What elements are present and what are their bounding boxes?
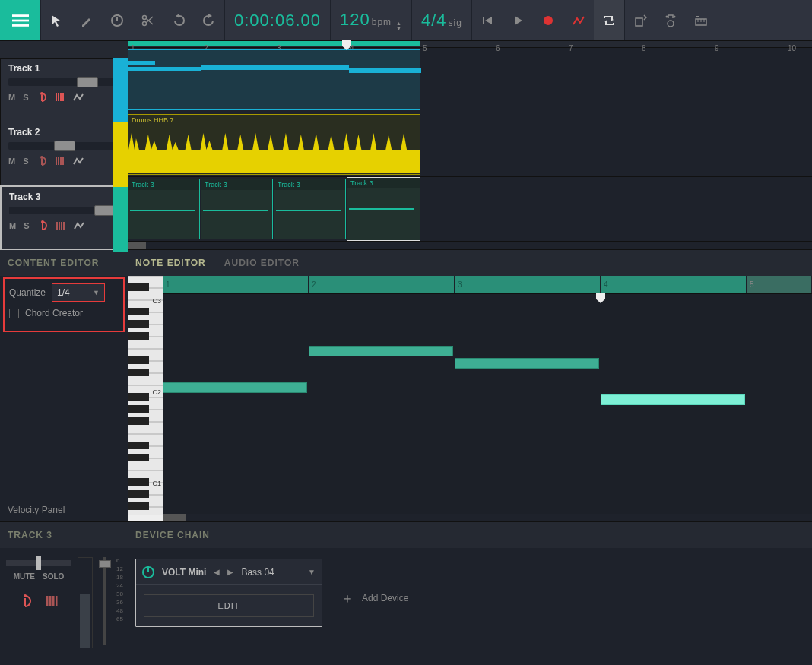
track-volume-slider[interactable] (8, 78, 119, 86)
mute-button[interactable]: M (9, 221, 16, 230)
main-menu-button[interactable] (0, 0, 40, 40)
svg-rect-12 (636, 18, 642, 26)
track-color-1 (113, 58, 128, 122)
piano-key-label: C3 (152, 297, 161, 305)
midi-note-selected[interactable] (601, 394, 745, 405)
track-header-1[interactable]: Track 1 M S (0, 58, 128, 122)
note-editor-hscroll[interactable] (163, 514, 812, 521)
midi-settings-button[interactable] (686, 0, 716, 40)
svg-rect-58 (128, 308, 149, 315)
track-name: Track 3 (9, 192, 119, 202)
tab-audio-editor[interactable]: AUDIO EDITOR (224, 258, 300, 268)
plus-icon: ＋ (341, 589, 354, 607)
pan-slider[interactable] (6, 560, 71, 566)
track-header-2[interactable]: Track 2 M S (0, 122, 128, 186)
level-meter (78, 557, 93, 648)
note-editor-ruler[interactable]: 1 2 3 4 5 (163, 276, 812, 294)
chevron-down-icon: ▼ (93, 289, 100, 296)
svg-rect-29 (60, 157, 62, 165)
skip-start-button[interactable] (472, 0, 503, 40)
undo-button[interactable] (163, 0, 194, 40)
midi-clip-selected[interactable]: Track 3 (347, 177, 420, 241)
scissors-tool-button[interactable] (132, 0, 163, 40)
volume-fader[interactable] (103, 557, 106, 645)
record-button[interactable] (533, 0, 563, 40)
clip-label: Track 3 (128, 179, 199, 190)
preset-prev-icon[interactable]: ◀ (214, 568, 220, 576)
mute-button[interactable]: M (8, 157, 15, 166)
mute-button[interactable]: MUTE (14, 572, 35, 581)
automation-button[interactable] (563, 0, 594, 40)
clip-label: Drums HHB 7 (128, 115, 420, 125)
svg-point-26 (40, 156, 43, 159)
svg-point-14 (665, 15, 668, 17)
timecode-display[interactable]: 0:00:06.00 (225, 11, 330, 30)
metronome-button[interactable] (102, 0, 132, 40)
velocity-panel-label[interactable]: Velocity Panel (0, 499, 128, 521)
automation-icon[interactable] (73, 156, 84, 166)
pointer-tool-button[interactable] (41, 0, 71, 40)
track-header-3[interactable]: Track 3 M S (0, 185, 128, 250)
track-color-2 (113, 122, 128, 187)
device-edit-button[interactable]: EDIT (144, 594, 314, 617)
record-arm-icon[interactable] (18, 594, 32, 610)
record-arm-icon[interactable] (36, 92, 47, 103)
solo-button[interactable]: S (23, 93, 28, 102)
loop-button[interactable] (594, 0, 624, 40)
mute-button[interactable]: M (8, 93, 15, 102)
solo-button[interactable]: S (24, 221, 29, 230)
track-lane-1[interactable] (128, 48, 812, 112)
midi-note[interactable] (163, 382, 307, 393)
solo-button[interactable]: S (23, 157, 28, 166)
track-color-3 (113, 187, 128, 252)
chord-creator-checkbox[interactable] (9, 309, 19, 318)
redo-button[interactable] (194, 0, 224, 40)
svg-point-31 (41, 220, 44, 223)
add-device-button[interactable]: ＋ Add Device (341, 589, 408, 607)
automation-icon[interactable] (74, 220, 84, 231)
timesig-display[interactable]: 4/4 sig (412, 11, 471, 30)
midi-clip[interactable]: Track 3 (201, 179, 273, 239)
quantize-highlight-box: Quantize 1/4 ▼ Chord Creator (3, 277, 125, 332)
svg-rect-68 (128, 478, 149, 486)
midi-icon[interactable] (56, 220, 66, 231)
midi-clip[interactable]: Track 3 (128, 179, 200, 239)
track-volume-slider[interactable] (8, 142, 119, 150)
solo-button[interactable]: SOLO (43, 572, 64, 581)
record-arm-icon[interactable] (36, 156, 47, 166)
track-volume-slider[interactable] (9, 207, 119, 214)
tab-note-editor[interactable]: NOTE EDITOR (135, 258, 206, 268)
audio-clip[interactable]: Drums HHB 7 (128, 114, 420, 175)
track-lane-2[interactable]: Drums HHB 7 (128, 112, 812, 177)
svg-rect-33 (59, 222, 60, 230)
midi-icon[interactable] (55, 156, 65, 166)
timeline-ruler[interactable]: 1 2 3 4 5 6 7 8 9 10 (128, 41, 812, 48)
svg-rect-59 (128, 320, 149, 328)
tempo-display[interactable]: 120 bpm▲▼ (331, 10, 411, 31)
play-button[interactable] (503, 0, 533, 40)
midi-icon[interactable] (46, 594, 59, 610)
chevron-down-icon[interactable]: ▼ (308, 568, 316, 576)
record-arm-icon[interactable] (37, 220, 48, 231)
midi-note[interactable] (455, 358, 599, 369)
midi-clip[interactable]: Track 3 (274, 179, 346, 239)
track-lane-3[interactable]: Track 3 Track 3 Track 3 Track 3 (128, 177, 812, 242)
pencil-tool-button[interactable] (71, 0, 102, 40)
device-card[interactable]: VOLT Mini ◀ ▶ Bass 04 ▼ EDIT (135, 559, 322, 627)
note-grid[interactable]: 1 2 3 4 5 (163, 276, 812, 521)
piano-roll-keys[interactable]: C3 C2 C1 (128, 276, 163, 521)
quantize-select[interactable]: 1/4 ▼ (52, 283, 105, 302)
svg-rect-22 (56, 93, 57, 101)
track-name: Track 1 (8, 63, 119, 74)
automation-icon[interactable] (73, 92, 84, 103)
midi-icon[interactable] (55, 92, 65, 103)
chord-creator-label: Chord Creator (25, 308, 83, 318)
device-power-button[interactable] (142, 566, 154, 578)
arrange-hscroll[interactable] (128, 242, 812, 249)
export-button[interactable] (625, 0, 655, 40)
preset-next-icon[interactable]: ▶ (227, 568, 233, 576)
midi-clip[interactable] (128, 49, 420, 110)
playhead[interactable] (347, 41, 347, 249)
share-button[interactable] (655, 0, 686, 40)
midi-note[interactable] (309, 346, 453, 356)
